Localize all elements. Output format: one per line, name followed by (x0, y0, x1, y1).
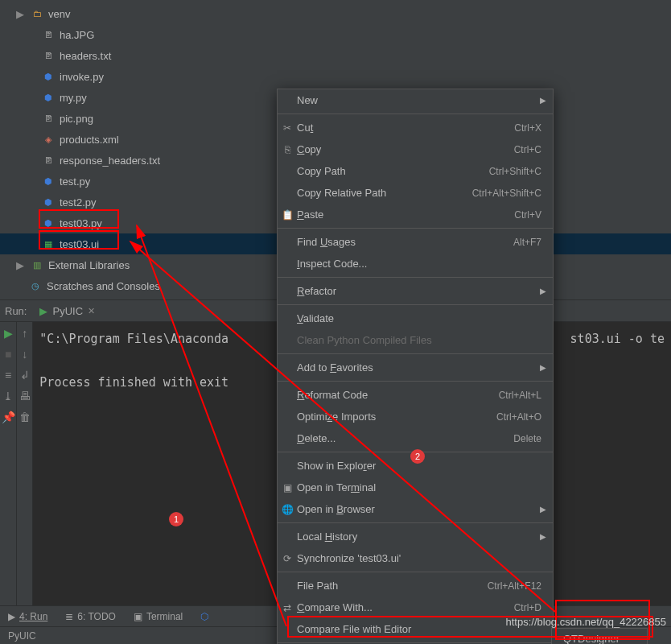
menu-separator (278, 304, 553, 305)
rerun-icon[interactable]: ▶ (4, 327, 13, 340)
menu-item-copy-relative-path[interactable]: Copy Relative PathCtrl+Alt+Shift+C (278, 182, 553, 204)
tree-file-label: ha.JPG (60, 29, 94, 41)
menu-item-label: Validate (297, 312, 541, 324)
menu-item-cut[interactable]: ✂CutCtrl+X (278, 117, 553, 138)
context-menu[interactable]: New▶✂CutCtrl+X⎘CopyCtrl+CCopy PathCtrl+S… (277, 89, 554, 644)
menu-item-label: New (297, 94, 541, 106)
tree-folder-venv[interactable]: ▶ 🗀 venv (0, 3, 671, 24)
menu-item-refactor[interactable]: Refactor▶ (278, 280, 553, 302)
menu-item-label: Paste (297, 208, 514, 221)
submenu-arrow-icon: ▶ (540, 96, 546, 105)
run-tab-label: PyUIC (52, 305, 83, 317)
tool-python[interactable]: ⬡ (200, 611, 208, 622)
menu-item-paste[interactable]: 📋PasteCtrl+V (278, 204, 553, 225)
chevron-right-icon: ▶ (16, 259, 26, 271)
tool-run[interactable]: ▶ 4: Run (8, 611, 47, 622)
tree-folder-label: venv (48, 8, 70, 20)
file-file-icon: 🖹 (42, 28, 55, 41)
tree-file-headers-txt[interactable]: 🖹headers.txt (0, 45, 671, 66)
run-gutter-right: ↑ ↓ ↲ 🖶 🗑 (17, 322, 33, 605)
py-file-icon: ⬢ (42, 175, 55, 188)
scroll-icon[interactable]: ⤓ (3, 390, 13, 402)
stop-icon[interactable]: ■ (5, 348, 11, 361)
todo-icon: ≣ (65, 611, 73, 622)
menu-icon: ⎘ (281, 144, 294, 155)
external-tools-submenu[interactable]: QTDesigner PyUIC (551, 628, 648, 644)
menu-item-local-history[interactable]: Local History▶ (278, 526, 553, 547)
menu-item-file-path[interactable]: File PathCtrl+Alt+F12 (278, 575, 553, 597)
run-label: Run: (5, 305, 27, 317)
library-icon: ▥ (31, 258, 43, 271)
tree-file-label: response_headers.txt (60, 155, 160, 167)
menu-shortcut: Ctrl+Alt+L (499, 390, 541, 401)
menu-item-copy[interactable]: ⎘CopyCtrl+C (278, 138, 553, 160)
py-file-icon: ⬢ (42, 91, 55, 104)
tool-terminal[interactable]: ▣ Terminal (134, 611, 183, 622)
menu-item-copy-path[interactable]: Copy PathCtrl+Shift+C (278, 160, 553, 182)
menu-icon: 📋 (281, 209, 294, 221)
menu-item-label: Find Usages (297, 236, 513, 248)
tree-file-label: test.py (60, 175, 90, 188)
menu-item-compare-with[interactable]: ⇄Compare With...Ctrl+D (278, 597, 553, 618)
submenu-arrow-icon: ▶ (540, 287, 546, 295)
menu-item-validate[interactable]: Validate (278, 308, 553, 329)
tree-file-label: pic.png (60, 113, 93, 125)
tree-file-label: invoke.py (60, 71, 104, 83)
file-file-icon: 🖹 (42, 154, 55, 167)
menu-separator (278, 353, 553, 354)
menu-item-label: Add to Favorites (297, 361, 541, 374)
tree-file-ha-JPG[interactable]: 🖹ha.JPG (0, 24, 671, 45)
menu-item-find-usages[interactable]: Find UsagesAlt+F7 (278, 231, 553, 253)
menu-separator (278, 277, 553, 278)
print-icon[interactable]: 🖶 (19, 390, 31, 402)
menu-item-optimize-imports[interactable]: Optimize ImportsCtrl+Alt+O (278, 406, 553, 427)
menu-item-label: Cut (297, 122, 514, 134)
tree-item-label: Scratches and Consoles (47, 280, 160, 292)
menu-separator (278, 114, 553, 114)
menu-item-open-in-terminal[interactable]: ▣Open in Terminal (278, 477, 553, 498)
play-icon: ▶ (39, 305, 47, 317)
submenu-arrow-icon: ▶ (540, 363, 546, 372)
menu-item-inspect-code[interactable]: Inspect Code... (278, 253, 553, 275)
menu-shortcut: Ctrl+C (514, 144, 541, 155)
menu-item-label: Copy Relative Path (297, 187, 472, 199)
trash-icon[interactable]: 🗑 (19, 411, 31, 423)
menu-icon: ▣ (281, 482, 294, 493)
close-icon[interactable]: ✕ (88, 306, 95, 316)
layout-icon[interactable]: ≡ (5, 369, 11, 382)
menu-item-label: Refactor (297, 285, 541, 297)
menu-item-show-in-explorer[interactable]: Show in Explorer (278, 455, 553, 477)
menu-item-label: Inspect Code... (297, 258, 541, 270)
folder-icon: 🗀 (31, 7, 43, 20)
watermark: https://blog.csdn.net/qq_42226855 (506, 616, 667, 628)
menu-item-add-to-favorites[interactable]: Add to Favorites▶ (278, 357, 553, 378)
tree-file-label: test2.py (60, 196, 97, 208)
menu-item-label: Copy Path (297, 165, 489, 177)
tree-item-label: External Libraries (48, 259, 130, 271)
submenu-arrow-icon: ▶ (540, 532, 546, 541)
menu-item-new[interactable]: New▶ (278, 89, 553, 111)
submenu-item-qtdesigner[interactable]: QTDesigner (552, 629, 647, 644)
menu-item-label: Open in Terminal (297, 481, 541, 493)
menu-item-label: Compare File with Editor (297, 623, 541, 635)
tree-file-label: products.xml (60, 134, 119, 146)
menu-item-reformat-code[interactable]: Reformat CodeCtrl+Alt+L (278, 384, 553, 406)
menu-separator (278, 381, 553, 382)
down-icon[interactable]: ↓ (22, 348, 27, 361)
pin-icon[interactable]: 📌 (2, 411, 15, 423)
menu-item-synchronize-test03-ui[interactable]: ⟳Synchronize 'test03.ui' (278, 547, 553, 569)
tree-file-invoke-py[interactable]: ⬢invoke.py (0, 66, 671, 87)
menu-shortcut: Ctrl+V (514, 209, 541, 221)
menu-item-label: Show in Explorer (297, 460, 541, 472)
menu-separator (278, 572, 553, 572)
run-tab[interactable]: ▶ PyUIC ✕ (35, 300, 100, 321)
menu-item-label: Compare With... (297, 601, 514, 613)
up-icon[interactable]: ↑ (22, 327, 27, 340)
menu-item-label: Delete... (297, 432, 513, 444)
menu-item-open-in-browser[interactable]: 🌐Open in Browser▶ (278, 498, 553, 520)
tree-file-label: test03.ui (60, 238, 99, 250)
menu-shortcut: Ctrl+Alt+F12 (488, 580, 541, 592)
menu-item-delete[interactable]: Delete...Delete (278, 427, 553, 449)
wrap-icon[interactable]: ↲ (20, 369, 30, 382)
tool-todo[interactable]: ≣ 6: TODO (65, 611, 116, 622)
